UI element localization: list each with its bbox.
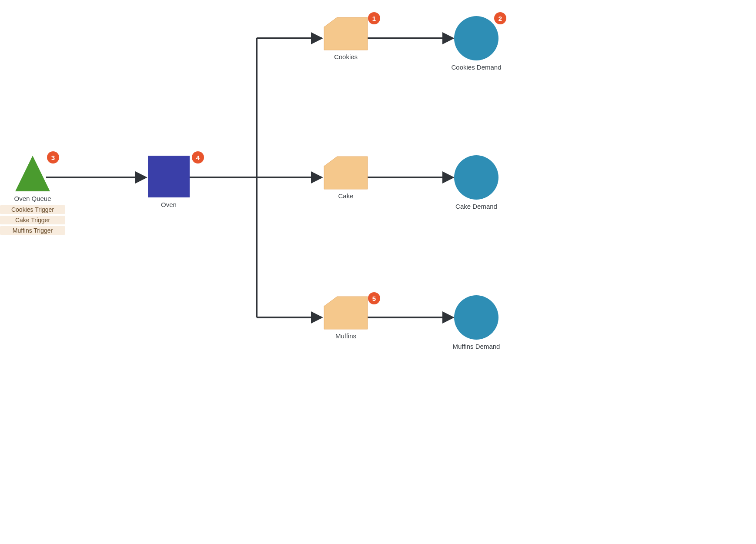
node-oven[interactable] — [148, 156, 190, 197]
label-oven: Oven — [125, 201, 212, 208]
node-cookies[interactable] — [324, 17, 368, 50]
badge-3: 3 — [47, 151, 59, 164]
node-muffins-demand[interactable] — [454, 295, 498, 340]
trigger-list: Cookies Trigger Cake Trigger Muffins Tri… — [0, 205, 65, 237]
label-muffins: Muffins — [302, 332, 389, 340]
label-cookies: Cookies — [302, 53, 389, 60]
svg-point-4 — [454, 295, 498, 340]
label-muffins-demand: Muffins Demand — [433, 343, 520, 350]
badge-4: 4 — [192, 151, 204, 164]
node-cookies-demand[interactable] — [454, 16, 498, 60]
badge-2: 2 — [494, 12, 506, 24]
trigger-cake[interactable]: Cake Trigger — [0, 216, 65, 224]
svg-rect-1 — [148, 156, 190, 197]
node-oven-queue[interactable] — [15, 156, 50, 191]
node-cake-demand[interactable] — [454, 155, 498, 200]
trigger-cookies[interactable]: Cookies Trigger — [0, 205, 65, 214]
label-cake: Cake — [302, 192, 389, 200]
svg-point-2 — [454, 16, 498, 60]
trigger-muffins[interactable]: Muffins Trigger — [0, 226, 65, 235]
label-cookies-demand: Cookies Demand — [433, 63, 520, 71]
node-muffins[interactable] — [324, 297, 368, 329]
label-oven-queue: Oven Queue — [0, 195, 76, 202]
node-cake[interactable] — [324, 157, 368, 189]
badge-5: 5 — [368, 292, 380, 304]
label-cake-demand: Cake Demand — [433, 203, 520, 210]
badge-1: 1 — [368, 12, 380, 24]
svg-marker-0 — [15, 156, 50, 191]
svg-point-3 — [454, 155, 498, 200]
diagram-canvas: Oven Queue Oven Cookies Cake Muffins Coo… — [0, 0, 557, 417]
